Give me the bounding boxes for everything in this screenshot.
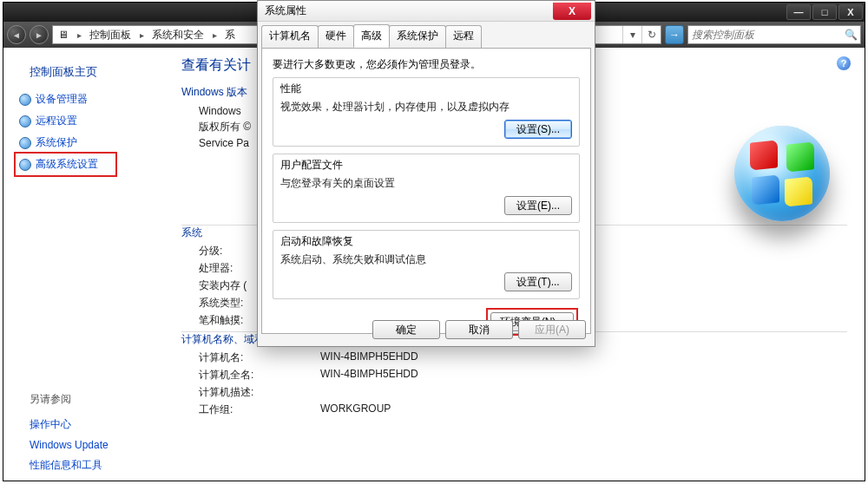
- row-full-computer-name: 计算机全名:WIN-4BIMPH5EHDD: [199, 368, 847, 383]
- dialog-titlebar[interactable]: 系统属性 X: [258, 1, 595, 22]
- tab-system-protection[interactable]: 系统保护: [389, 25, 446, 49]
- row-computer-description: 计算机描述:: [199, 385, 847, 400]
- sidebar-item-label: 系统保护: [36, 135, 77, 150]
- group-title: 性能: [280, 82, 572, 96]
- sidebar-item-advanced-system-settings[interactable]: 高级系统设置: [16, 154, 115, 175]
- chevron-right-icon: ▸: [137, 30, 147, 40]
- tab-strip: 计算机名 硬件 高级 系统保护 远程: [258, 22, 595, 48]
- minimize-button[interactable]: —: [786, 4, 811, 20]
- forward-button[interactable]: ►: [30, 25, 49, 44]
- ok-button[interactable]: 确定: [372, 320, 440, 339]
- group-desc: 与您登录有关的桌面设置: [280, 176, 572, 191]
- breadcrumb-control-panel[interactable]: 控制面板: [84, 28, 137, 43]
- search-icon[interactable]: 🔍: [841, 29, 860, 41]
- dialog-button-row: 确定 取消 应用(A): [266, 320, 586, 339]
- apply-button[interactable]: 应用(A): [518, 320, 586, 339]
- dialog-close-button[interactable]: X: [553, 3, 591, 20]
- help-icon[interactable]: ?: [837, 56, 851, 70]
- back-button[interactable]: ◄: [7, 25, 26, 44]
- chevron-right-icon: ▸: [210, 30, 220, 40]
- tab-remote[interactable]: 远程: [445, 25, 482, 49]
- sidebar-item-remote-settings[interactable]: 远程设置: [3, 110, 168, 132]
- row-computer-name: 计算机名:WIN-4BIMPH5EHDD: [199, 350, 847, 365]
- group-desc: 视觉效果，处理器计划，内存使用，以及虚拟内存: [280, 100, 572, 114]
- shield-icon: [19, 137, 31, 149]
- group-desc: 系统启动、系统失败和调试信息: [280, 252, 572, 267]
- group-title: 用户配置文件: [280, 158, 572, 173]
- search-box[interactable]: 🔍: [687, 25, 861, 44]
- startup-recovery-settings-button[interactable]: 设置(T)...: [504, 272, 572, 291]
- sidebar-item-label: 高级系统设置: [36, 157, 98, 172]
- windows-logo: [726, 126, 838, 247]
- shield-icon: [19, 115, 31, 128]
- tab-advanced[interactable]: 高级: [353, 24, 390, 48]
- chevron-right-icon: ▸: [75, 30, 84, 40]
- see-also-windows-update[interactable]: Windows Update: [30, 435, 168, 455]
- sidebar-home-link[interactable]: 控制面板主页: [3, 61, 168, 88]
- sidebar-item-label: 设备管理器: [36, 92, 88, 107]
- search-input[interactable]: [688, 29, 841, 41]
- performance-settings-button[interactable]: 设置(S)...: [504, 120, 572, 139]
- admin-note: 要进行大多数更改，您必须作为管理员登录。: [273, 57, 580, 72]
- breadcrumb-system[interactable]: 系: [220, 28, 241, 43]
- group-user-profiles: 用户配置文件 与您登录有关的桌面设置 设置(E)...: [273, 154, 580, 223]
- row-workgroup: 工作组:WORKGROUP: [199, 402, 847, 417]
- see-also-performance-info[interactable]: 性能信息和工具: [30, 455, 168, 476]
- breadcrumb-dropdown[interactable]: ▾: [622, 26, 641, 43]
- tab-panel-advanced: 要进行大多数更改，您必须作为管理员登录。 性能 视觉效果，处理器计划，内存使用，…: [261, 48, 591, 334]
- sidebar: 控制面板主页 设备管理器 远程设置 系统保护 高级系统设置 另请参阅 操作中心 …: [3, 48, 168, 481]
- refresh-button[interactable]: ↻: [641, 26, 661, 43]
- sidebar-item-device-manager[interactable]: 设备管理器: [3, 88, 168, 110]
- group-title: 启动和故障恢复: [280, 234, 572, 249]
- see-also-action-center[interactable]: 操作中心: [30, 414, 168, 435]
- see-also-section: 另请参阅 操作中心 Windows Update 性能信息和工具: [3, 392, 168, 476]
- breadcrumb-system-security[interactable]: 系统和安全: [147, 28, 210, 43]
- sidebar-item-label: 远程设置: [36, 114, 77, 128]
- tab-hardware[interactable]: 硬件: [318, 25, 354, 49]
- sidebar-item-system-protection[interactable]: 系统保护: [3, 132, 168, 154]
- group-startup-recovery: 启动和故障恢复 系统启动、系统失败和调试信息 设置(T)...: [273, 230, 580, 299]
- see-also-title: 另请参阅: [30, 392, 168, 407]
- dialog-title: 系统属性: [265, 3, 306, 18]
- shield-icon: [19, 159, 31, 171]
- cancel-button[interactable]: 取消: [445, 320, 513, 339]
- tab-computer-name[interactable]: 计算机名: [261, 25, 319, 49]
- group-performance: 性能 视觉效果，处理器计划，内存使用，以及虚拟内存 设置(S)...: [273, 77, 580, 147]
- close-button[interactable]: X: [838, 4, 863, 20]
- maximize-button[interactable]: □: [812, 4, 837, 20]
- breadcrumb-root-icon[interactable]: 🖥: [53, 29, 75, 41]
- address-go-button[interactable]: →: [665, 25, 684, 44]
- shield-icon: [19, 94, 31, 106]
- user-profiles-settings-button[interactable]: 设置(E)...: [504, 196, 572, 215]
- system-properties-dialog: 系统属性 X 计算机名 硬件 高级 系统保护 远程 要进行大多数更改，您必须作为…: [257, 0, 595, 347]
